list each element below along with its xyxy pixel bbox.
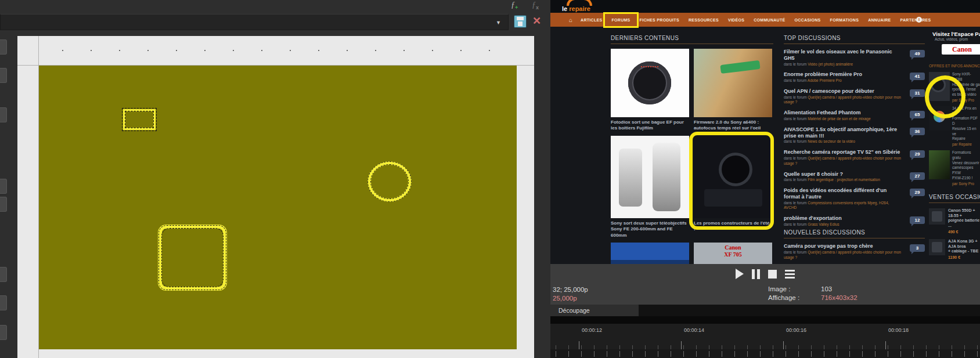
discussion-title[interactable]: AIVASCOPE 1.5x objectif anamorphique, 1è…: [784, 126, 903, 139]
sale-item[interactable]: Canon 550D + 18-55 + poignée batterie ..…: [929, 208, 980, 234]
video-frame-area[interactable]: [39, 66, 517, 349]
timeline-tick: [607, 345, 607, 349]
discussion-item[interactable]: Poids des vidéos encodées différent d'un…: [784, 187, 925, 211]
playlist-icon[interactable]: [785, 270, 795, 272]
toolbar-button-stub[interactable]: [0, 179, 7, 194]
discussion-title[interactable]: problème d'exportation: [784, 215, 903, 222]
mask-editor-canvas[interactable]: [17, 36, 534, 358]
discussion-item[interactable]: problème d'exportation dans le forum Gra…: [784, 215, 925, 227]
track-tick: [556, 351, 556, 357]
section-header: TOP DISCUSSIONS: [784, 35, 925, 44]
stop-icon[interactable]: [768, 270, 777, 279]
save-preset-button[interactable]: [514, 15, 527, 28]
forum-link[interactable]: Adobe Premiere Pro: [808, 78, 842, 82]
ad-thumbnail[interactable]: [929, 150, 950, 179]
forum-link[interactable]: Grass Valley Edius: [808, 222, 839, 226]
toolbar-button-stub[interactable]: [0, 325, 7, 340]
article-thumbnail[interactable]: Canon XF 705: [694, 243, 772, 264]
article-thumbnail[interactable]: [611, 136, 689, 218]
article-card[interactable]: [611, 243, 689, 264]
article-thumbnail[interactable]: [694, 49, 772, 117]
discussion-item[interactable]: Quelle super 8 choisir ? dans le forum F…: [784, 171, 925, 183]
discussion-title[interactable]: Quel APN / camescope pour débuter: [784, 88, 903, 95]
nav-item[interactable]: COMMUNAUTÉ: [749, 16, 790, 24]
track-tick: [862, 351, 863, 357]
nav-item[interactable]: RESSOURCES: [684, 16, 723, 24]
nav-item[interactable]: FICHES PRODUITS: [635, 16, 684, 24]
ad-item[interactable]: Formations gratu Venez découvrir camésco…: [929, 150, 980, 186]
article-card[interactable]: Sony sort deux super téléobjectifs Sony …: [611, 136, 689, 238]
info-icon[interactable]: i: [916, 17, 922, 23]
timeline-track-edge[interactable]: [550, 349, 980, 358]
pause-icon[interactable]: [752, 269, 760, 279]
discussion-item[interactable]: Quel APN / camescope pour débuter dans l…: [784, 88, 925, 105]
mask-shape-circle[interactable]: [368, 161, 412, 202]
sale-item[interactable]: AJA Kona 3G + AJA brea + cablage - TBE 1…: [929, 239, 980, 259]
mask-shape-rectangle-large[interactable]: [158, 225, 227, 291]
lerepaire-logo[interactable]: le repaire: [562, 0, 600, 13]
article-card[interactable]: Firmware 2.0 du Sony a6400 : autofocus t…: [694, 49, 772, 132]
nav-item[interactable]: FORMATIONS: [826, 16, 864, 24]
article-thumbnail[interactable]: [611, 49, 689, 117]
nav-item[interactable]: OCCASIONS: [790, 16, 826, 24]
video-preview[interactable]: le repaire ⌂ ARTICLES FORUMS FICHES PROD…: [550, 0, 980, 264]
sale-thumbnail[interactable]: [929, 208, 945, 225]
forum-link[interactable]: Vidéo (et photo) animalière: [808, 62, 853, 66]
timeline-ruler[interactable]: 00:00:1200:00:1400:00:1600:00:18: [550, 324, 980, 349]
article-caption[interactable]: Sony sort deux super téléobjectifs Sony …: [611, 220, 689, 238]
mask-shape-rectangle-small[interactable]: [123, 109, 156, 130]
timeline-tick: [862, 345, 863, 349]
discussion-item[interactable]: Enorme problème Première Pro dans le for…: [784, 71, 925, 84]
toolbar-button-stub[interactable]: [0, 39, 7, 55]
forum-link[interactable]: News du secteur de la vidéo: [808, 139, 855, 143]
remove-effect-curve-icon[interactable]: ƒx: [532, 1, 548, 11]
article-card[interactable]: Canon XF 705: [694, 243, 772, 264]
discussion-item[interactable]: Recherche caméra reportage TV 52" en Sib…: [784, 149, 925, 166]
toolbar-button-stub[interactable]: [0, 295, 7, 310]
home-icon[interactable]: ⌂: [565, 17, 576, 23]
canon-logo[interactable]: Canon: [942, 44, 980, 55]
discussion-title[interactable]: Alimentation Fethead Phantom: [784, 110, 903, 116]
article-caption[interactable]: Firmware 2.0 du Sony a6400 : autofocus t…: [694, 120, 772, 132]
nav-item[interactable]: FORUMS: [607, 16, 635, 24]
forum-link[interactable]: Film argentique : projection et numerisa…: [808, 178, 880, 182]
sale-title[interactable]: AJA Kona 3G + AJA brea + cablage - TBE: [948, 239, 980, 254]
ad-author-link[interactable]: par Repaire: [952, 142, 980, 146]
nav-item[interactable]: ANNUAIRE: [863, 16, 895, 24]
toolbar-button-stub[interactable]: [0, 68, 7, 83]
toolbar-button-stub[interactable]: [0, 267, 7, 282]
discussion-item[interactable]: Caméra pour voyage pas trop chère dans l…: [784, 243, 925, 260]
toolbar-button-stub[interactable]: [0, 197, 7, 212]
discussion-title[interactable]: Recherche caméra reportage TV 52" en Sib…: [784, 149, 903, 156]
article-thumbnail[interactable]: [611, 243, 689, 264]
canvas-ruler-dot: [147, 50, 149, 51]
nav-item[interactable]: PARTENAIRES: [896, 16, 936, 24]
discussion-title[interactable]: Quelle super 8 choisir ?: [784, 171, 903, 178]
discussion-item[interactable]: AIVASCOPE 1.5x objectif anamorphique, 1è…: [784, 126, 925, 144]
forum-link[interactable]: Matériel de prise de son et de mixage: [808, 117, 870, 121]
article-card[interactable]: Fotodiox sort une bague EF pour les boît…: [611, 49, 689, 132]
discussion-title[interactable]: Enorme problème Première Pro: [784, 71, 903, 78]
preset-dropdown[interactable]: ▼: [0, 14, 509, 30]
discussion-item[interactable]: Filmer le vol des oiseaux avec le Panaso…: [784, 49, 925, 67]
track-tick: [888, 351, 888, 357]
delete-preset-button[interactable]: ✕: [532, 15, 541, 27]
add-effect-curve-icon[interactable]: ƒ+: [511, 1, 527, 11]
sale-title[interactable]: Canon 550D + 18-55 + poignée batterie ..…: [948, 208, 980, 229]
ad-author-link[interactable]: par Sony Pro: [952, 182, 980, 186]
discussion-title[interactable]: Poids des vidéos encodées différent d'un…: [784, 187, 903, 200]
nav-item[interactable]: ARTICLES: [576, 16, 607, 24]
toolbar-button-stub[interactable]: [0, 107, 7, 122]
discussion-title[interactable]: Caméra pour voyage pas trop chère: [784, 243, 903, 249]
discussion-item[interactable]: Alimentation Fethead Phantom dans le for…: [784, 110, 925, 122]
play-icon[interactable]: [736, 269, 744, 279]
article-caption[interactable]: Fotodiox sort une bague EF pour les boît…: [611, 120, 689, 132]
sale-thumbnail[interactable]: [929, 239, 945, 255]
nav-item[interactable]: VIDÉOS: [723, 16, 749, 24]
discussion-title[interactable]: Filmer le vol des oiseaux avec le Panaso…: [784, 49, 903, 62]
timeline-tick: [722, 345, 722, 349]
tab-decoupage[interactable]: Découpage: [550, 305, 639, 316]
ad-text[interactable]: Formations gratu Venez découvrir camésco…: [952, 150, 980, 181]
track-tick: [875, 351, 875, 357]
track-tick: [849, 351, 850, 357]
